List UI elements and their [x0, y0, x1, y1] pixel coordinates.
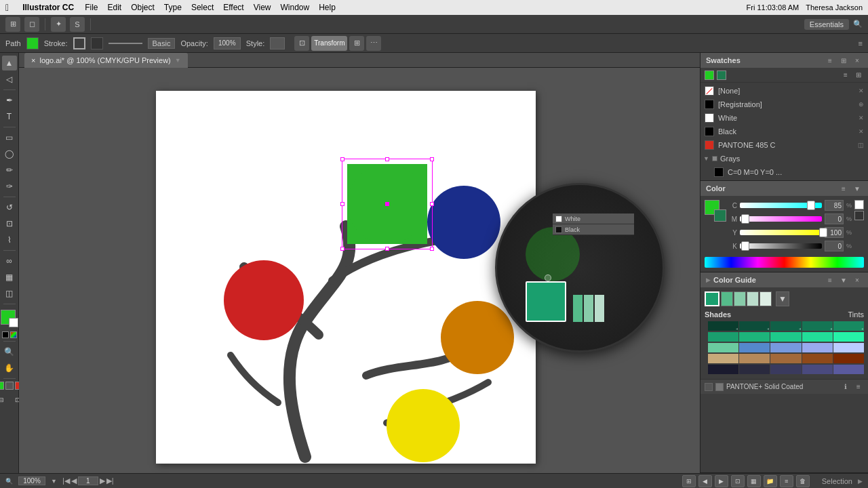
- chart-tool-btn[interactable]: ▦: [2, 270, 17, 285]
- green-circle[interactable]: [347, 164, 427, 244]
- nav-last-btn[interactable]: ▶|: [106, 476, 114, 485]
- page-input[interactable]: [78, 476, 98, 485]
- apple-menu-icon[interactable]: : [5, 2, 9, 13]
- tab-close-btn[interactable]: ×: [31, 56, 35, 64]
- stroke-weight-box[interactable]: [91, 37, 103, 49]
- swatch-registration[interactable]: [Registration] ⊕: [701, 98, 868, 111]
- menu-object[interactable]: Object: [131, 3, 155, 12]
- swatches-menu-btn[interactable]: ≡: [825, 55, 835, 66]
- m-slider-thumb[interactable]: [741, 214, 749, 224]
- stroke-color-box[interactable]: [73, 37, 85, 49]
- k-value-input[interactable]: [825, 241, 844, 251]
- direct-select-btn[interactable]: ◁: [2, 72, 17, 87]
- swatch-group-grays[interactable]: ▼ Grays: [701, 152, 868, 165]
- yellow-circle[interactable]: [387, 389, 460, 462]
- more-options-icon[interactable]: ⋯: [366, 36, 381, 51]
- color-mode-none[interactable]: [2, 331, 9, 338]
- cg-cell-3-4[interactable]: [802, 343, 833, 352]
- menu-select[interactable]: Select: [191, 3, 214, 12]
- play-icon[interactable]: ▶: [858, 478, 863, 485]
- nav-first-btn[interactable]: |◀: [62, 476, 70, 485]
- gray-swatch[interactable]: [5, 382, 14, 390]
- artboard-switcher-icon[interactable]: ⊞: [5, 17, 20, 32]
- menu-window[interactable]: Window: [281, 3, 310, 12]
- swatch-none[interactable]: [None] ✕: [701, 84, 868, 98]
- pantone-info-btn[interactable]: ℹ: [840, 382, 851, 392]
- cg-cell-3-1[interactable]: [708, 343, 738, 352]
- cg-cell-1-3[interactable]: ◂: [770, 321, 801, 331]
- background-color[interactable]: [9, 318, 18, 327]
- cg-cell-3-5[interactable]: [833, 343, 864, 352]
- cg-dropdown-arrow[interactable]: ▼: [776, 291, 789, 306]
- nav-right-btn[interactable]: ▶: [715, 475, 728, 487]
- more-btn[interactable]: ≡: [780, 475, 793, 487]
- arrange-icon[interactable]: ⊡: [294, 36, 309, 51]
- cg-cell-2-1[interactable]: [708, 332, 738, 342]
- m-value-input[interactable]: [825, 214, 844, 224]
- cg-harm-3[interactable]: [747, 291, 759, 306]
- cg-cell-3-3[interactable]: [770, 343, 801, 352]
- cg-cell-5-5[interactable]: [833, 365, 864, 374]
- style-box[interactable]: [270, 37, 285, 49]
- color-guide-expand-btn[interactable]: ▼: [838, 274, 849, 285]
- cg-cell-4-3[interactable]: [770, 354, 801, 363]
- k-slider-track[interactable]: [740, 243, 822, 249]
- cg-cell-1-5[interactable]: ◂: [833, 321, 864, 331]
- rect-tool-btn[interactable]: ▭: [2, 130, 17, 145]
- swatch-white[interactable]: White ✕: [701, 111, 868, 125]
- trash-btn[interactable]: 🗑: [796, 475, 810, 487]
- zoom-tool-btn[interactable]: 🔍: [2, 344, 17, 359]
- cg-cell-3-2[interactable]: [739, 343, 770, 352]
- cg-cell-2-5[interactable]: [833, 332, 864, 342]
- screen-mode-btn[interactable]: ⊟: [0, 392, 9, 407]
- shades-label[interactable]: Shades: [705, 310, 731, 319]
- menu-file[interactable]: File: [85, 3, 98, 12]
- menu-edit[interactable]: Edit: [107, 3, 121, 12]
- artboard-options-btn[interactable]: ⊞: [682, 475, 696, 487]
- grid-btn[interactable]: ▦: [747, 475, 761, 487]
- red-circle[interactable]: [224, 260, 304, 340]
- search-icon[interactable]: 🔍: [853, 20, 863, 28]
- hand-tool-btn[interactable]: ✋: [2, 361, 17, 375]
- green-swatch[interactable]: [0, 382, 4, 390]
- pen-tool-btn[interactable]: ✒: [2, 93, 17, 108]
- document-tab[interactable]: × logo.ai* @ 100% (CMYK/GPU Preview) ▼: [24, 53, 188, 68]
- cg-harm-2[interactable]: [734, 291, 746, 306]
- slice-tool-btn[interactable]: ◫: [2, 286, 17, 301]
- folder-btn[interactable]: 📁: [764, 475, 777, 487]
- cg-cell-4-5[interactable]: [833, 354, 864, 363]
- orange-circle[interactable]: [441, 301, 514, 374]
- pencil-tool-btn[interactable]: ✑: [2, 179, 17, 194]
- swatch-cmyk[interactable]: C=0 M=0 Y=0 ...: [701, 165, 868, 179]
- select-tool-btn[interactable]: ▲: [2, 56, 17, 70]
- arrange-btn[interactable]: ⊡: [731, 475, 745, 487]
- cg-cell-1-2[interactable]: ◂: [739, 321, 770, 331]
- m-slider-track[interactable]: [740, 216, 822, 222]
- align-icon[interactable]: ⊞: [349, 36, 364, 51]
- type-tool-btn[interactable]: T: [2, 109, 17, 124]
- zoom-input[interactable]: [18, 476, 45, 485]
- nav-left-btn[interactable]: ◀: [698, 475, 712, 487]
- cg-harm-4[interactable]: [760, 291, 772, 306]
- ellipse-tool-btn[interactable]: ◯: [2, 146, 17, 161]
- cg-cell-1-4[interactable]: ◂: [802, 321, 833, 331]
- c-slider-thumb[interactable]: [807, 201, 815, 210]
- pantone-settings-btn[interactable]: ≡: [853, 382, 864, 392]
- menu-type[interactable]: Type: [164, 3, 182, 12]
- swatches-grid-btn[interactable]: ⊞: [838, 55, 849, 66]
- cg-harm-1[interactable]: [721, 291, 733, 306]
- cg-cell-2-3[interactable]: [770, 332, 801, 342]
- color-mode-gradient[interactable]: [10, 331, 17, 338]
- menu-view[interactable]: View: [254, 3, 271, 12]
- spectrum-bar[interactable]: [705, 257, 864, 268]
- c-slider-track[interactable]: [740, 203, 822, 208]
- brush-tool-btn[interactable]: ✏: [2, 163, 17, 178]
- y-slider-track[interactable]: [740, 230, 822, 235]
- canvas-wrapper[interactable]: [19, 68, 700, 473]
- y-slider-thumb[interactable]: [819, 228, 827, 237]
- cg-cell-2-4[interactable]: [802, 332, 833, 342]
- opacity-input[interactable]: [214, 37, 241, 49]
- swatch-list-btn[interactable]: ≡: [840, 70, 851, 81]
- c-value-input[interactable]: [825, 200, 844, 211]
- transform-btn[interactable]: Transform: [311, 36, 347, 51]
